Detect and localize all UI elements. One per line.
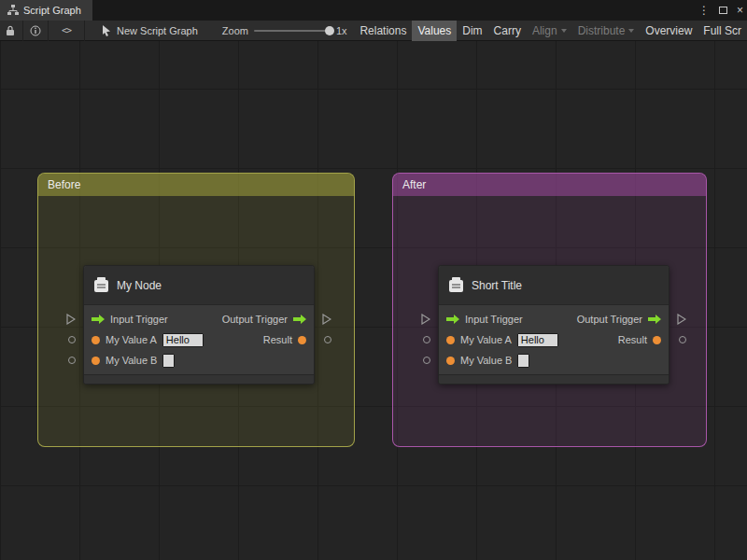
- chevron-down-icon: [561, 29, 567, 33]
- relations-button[interactable]: Relations: [354, 21, 412, 41]
- value-output-icon[interactable]: [653, 336, 661, 344]
- port-label: My Value B: [460, 355, 512, 366]
- menu-kebab-icon[interactable]: ⋮: [698, 0, 710, 21]
- unit-icon: [93, 277, 109, 293]
- distribute-button[interactable]: Distribute: [572, 21, 641, 41]
- group-before[interactable]: Before My Node: [37, 173, 355, 447]
- value-input-icon[interactable]: [446, 336, 455, 344]
- group-title: After: [402, 178, 426, 191]
- dim-button[interactable]: Dim: [457, 21, 487, 41]
- port-row: My Value B: [84, 350, 314, 371]
- value-a-field[interactable]: [162, 333, 204, 347]
- value-input-icon[interactable]: [446, 357, 455, 365]
- value-input-port-external[interactable]: [423, 336, 430, 343]
- value-output-port-external[interactable]: [679, 336, 686, 343]
- fullscreen-button[interactable]: Full Scr: [698, 21, 747, 41]
- zoom-control: Zoom 1x: [222, 25, 347, 36]
- flow-output-port-external[interactable]: [322, 314, 331, 325]
- value-output-port-external[interactable]: [324, 336, 331, 343]
- node-footer: [84, 374, 314, 384]
- graph-pointer-icon: [102, 25, 112, 36]
- toolbar-separator: [22, 21, 23, 41]
- port-label: Result: [618, 334, 647, 345]
- graph-toolbar: <> New Script Graph Zoom 1x Relations Va…: [0, 21, 747, 41]
- close-icon[interactable]: ×: [737, 0, 743, 21]
- chevron-down-icon: [628, 29, 634, 33]
- overview-button[interactable]: Overview: [640, 21, 698, 41]
- port-label: Output Trigger: [222, 314, 288, 325]
- lock-icon[interactable]: [0, 21, 21, 41]
- info-icon[interactable]: [25, 21, 46, 41]
- toolbar-separator: [48, 21, 49, 41]
- flow-output-port-external[interactable]: [677, 314, 686, 325]
- node-body: Input Trigger Output Trigger My Value A: [439, 305, 669, 374]
- tab-strip: Script Graph ⋮ ×: [0, 0, 747, 21]
- zoom-slider-knob[interactable]: [325, 26, 334, 35]
- zoom-label: Zoom: [222, 25, 248, 36]
- unit-icon: [448, 277, 464, 293]
- tab-title: Script Graph: [23, 5, 81, 16]
- zoom-value: 1x: [336, 25, 347, 36]
- script-graph-icon: [7, 5, 19, 16]
- port-label: My Value B: [106, 355, 157, 366]
- port-row: Input Trigger Output Trigger: [439, 309, 669, 329]
- port-row: My Value B: [439, 350, 669, 371]
- port-row: My Value A Result: [439, 329, 669, 350]
- port-label: Input Trigger: [110, 314, 168, 325]
- port-label: Output Trigger: [577, 314, 642, 325]
- maximize-icon[interactable]: [719, 7, 727, 14]
- value-output-icon[interactable]: [298, 336, 306, 344]
- node-title: Short Title: [472, 279, 522, 292]
- flow-input-icon[interactable]: [92, 314, 105, 325]
- value-b-field[interactable]: [162, 354, 175, 368]
- node-body: Input Trigger Output Trigger My Value A: [84, 305, 314, 374]
- tab-script-graph[interactable]: Script Graph: [0, 0, 92, 21]
- flow-input-port-external[interactable]: [421, 314, 430, 325]
- flow-output-icon[interactable]: [293, 314, 306, 325]
- node-short-title[interactable]: Short Title Input Trigger Output Trigger: [438, 265, 669, 385]
- group-after-header[interactable]: After: [393, 174, 706, 196]
- group-title: Before: [48, 178, 80, 191]
- node-title: My Node: [117, 279, 162, 292]
- toolbar-separator: [84, 21, 85, 41]
- port-label: My Value A: [460, 334, 512, 345]
- flow-output-icon[interactable]: [648, 314, 661, 325]
- values-button[interactable]: Values: [412, 21, 457, 41]
- zoom-slider[interactable]: [254, 30, 331, 32]
- value-input-port-external[interactable]: [68, 357, 76, 364]
- carry-button[interactable]: Carry: [488, 21, 527, 41]
- value-input-port-external[interactable]: [68, 336, 76, 343]
- node-header[interactable]: Short Title: [439, 266, 669, 305]
- window-controls: ⋮ ×: [698, 0, 743, 21]
- port-row: My Value A Result: [84, 329, 314, 350]
- port-label: My Value A: [106, 334, 157, 345]
- code-view-icon[interactable]: <>: [50, 21, 82, 41]
- graph-name[interactable]: New Script Graph: [102, 25, 198, 36]
- port-label: Input Trigger: [465, 314, 523, 325]
- value-input-icon[interactable]: [92, 336, 100, 344]
- port-row: Input Trigger Output Trigger: [84, 309, 314, 329]
- value-input-icon[interactable]: [92, 357, 100, 365]
- value-a-field[interactable]: [517, 333, 558, 347]
- port-label: Result: [263, 334, 292, 345]
- node-header[interactable]: My Node: [84, 266, 314, 305]
- node-my-node[interactable]: My Node Input Trigger Output Trigger: [83, 265, 315, 385]
- flow-input-port-external[interactable]: [66, 314, 76, 325]
- group-after[interactable]: After Short Title: [392, 173, 707, 447]
- value-b-field[interactable]: [517, 354, 529, 368]
- toolbar-buttons: Relations Values Dim Carry Align Distrib…: [354, 21, 747, 41]
- graph-canvas[interactable]: Before My Node: [0, 41, 747, 560]
- flow-input-icon[interactable]: [446, 314, 459, 325]
- node-footer: [439, 374, 669, 384]
- value-input-port-external[interactable]: [423, 357, 430, 364]
- group-before-header[interactable]: Before: [38, 174, 354, 196]
- align-button[interactable]: Align: [527, 21, 572, 41]
